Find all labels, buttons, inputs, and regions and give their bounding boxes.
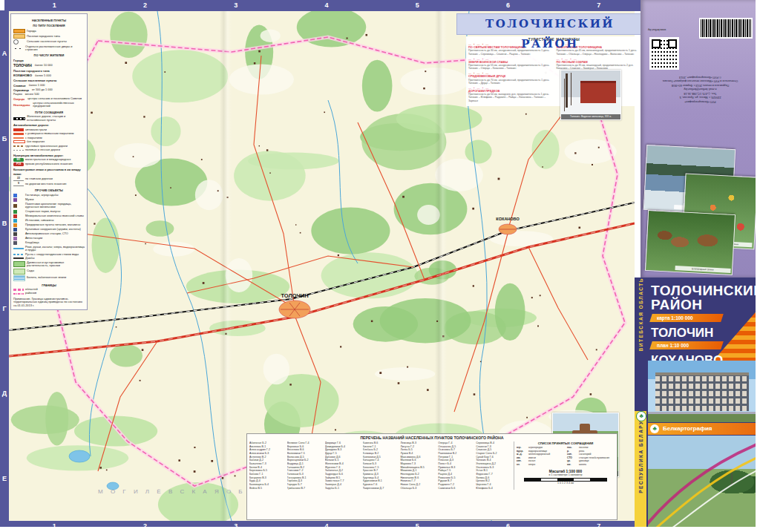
- imprint-line: 220029, г. Минск, ул. Красная, 5: [646, 95, 754, 99]
- cover-main: ТОЛОЧИНСКИЙ РАЙОН карта 1:100 000 ТОЛОЧИ…: [646, 278, 760, 532]
- route-description: Протяженность до 55 км, экскурсионный, п…: [468, 64, 552, 70]
- legend-symbol: [13, 128, 24, 131]
- legend-symbol: Славное: [13, 84, 27, 88]
- legend-label: Сады: [27, 269, 34, 272]
- index-column: Озерцы Г-4Ольшанка Д-5Осиновка Б-7Павлов…: [438, 441, 473, 490]
- legend-symbol: [13, 237, 17, 240]
- legend-label: Культовые сооружения (церкви, костелы): [25, 228, 81, 231]
- legend-row: Примечание. Границы административно-терр…: [13, 298, 85, 307]
- grid-column-number: 3: [191, 0, 281, 11]
- publisher-logo-icon: ♣: [650, 424, 659, 433]
- legend-row: 9 по дорогам местного значения: [13, 182, 85, 186]
- legend-label: прочих республиканского значения: [25, 162, 73, 165]
- grid-column-number: 1: [9, 0, 99, 11]
- index-entry: Зарубы Б-1: [325, 487, 360, 490]
- legend-label: Автозаправочные станции, СТО: [25, 232, 68, 235]
- legend-label: Сельские населенные пункты: [27, 40, 67, 43]
- legend-label: Древесная и кустарниковая растительность…: [27, 261, 85, 268]
- cover-title-line1: ТОЛОЧИНСКИЙ: [651, 283, 760, 298]
- legend-row: НАСЕЛЕННЫЕ ПУНКТЫ: [13, 19, 85, 22]
- legend-label: Примечание. Границы административно-терр…: [13, 297, 82, 307]
- legend-label: Автомобильные дороги:: [13, 123, 49, 127]
- legend-row: Автостанции: [13, 237, 85, 240]
- legend-symbol: Озерцы: [13, 97, 26, 101]
- legend-label: Километровые знаки и расстояния в км меж…: [13, 168, 81, 175]
- tree: [566, 73, 568, 108]
- cover-town1: ТОЛОЧИН: [651, 326, 760, 339]
- route-description: Протяженность до 50 км, выходного дня, п…: [468, 93, 552, 102]
- legend-row: Кладбища: [13, 241, 85, 245]
- legend-symbol: [13, 219, 17, 223]
- legend-row: Сельские населенные пункты: [13, 39, 85, 45]
- legend-symbol: [13, 210, 17, 214]
- grid-row-letter: Е: [0, 475, 9, 482]
- legend-label: Города: [27, 30, 36, 33]
- legend-label: НАСЕЛЕННЫЕ ПУНКТЫ: [32, 19, 66, 22]
- abbreviations-box: СПИСОК ПРИНЯТЫХ СОКРАЩЕНИЙ агр. агрогоро…: [514, 441, 615, 490]
- legend-label: ПУТИ СООБЩЕНИЯ: [35, 111, 63, 114]
- oblast-strip: ВИТЕБСКАЯ ОБЛАСТЬ: [635, 278, 646, 411]
- legend-label: ПО ЧИСЛУ ЖИТЕЛЕЙ: [34, 53, 65, 57]
- abbreviations-column: пос. поселок р. река сан. санатори: [567, 446, 615, 467]
- legend-label: Мемориальные комплексы воинской славы: [25, 214, 84, 217]
- legend-label: Сельские населенные пункты: [13, 79, 56, 82]
- legend-row: Памятники археологии: городища, курганны…: [13, 203, 85, 209]
- legend-label: Автостанции: [25, 237, 42, 240]
- legend-row: Серковица от 500 до 1 000: [13, 88, 85, 92]
- legend-row: Автозаправочные станции, СТО: [13, 232, 85, 236]
- legend-label: Источники, скважины: [25, 219, 54, 222]
- lake: [69, 450, 90, 462]
- country-vertical-label: РЕСПУБЛИКА БЕЛАРУСЬ: [638, 411, 643, 493]
- index-column: Каменка В-6Кисели Г-1Клебань Б-2Княжицы …: [363, 441, 398, 490]
- imprint-block: РУП «Белкартография»220029, г. Минск, ул…: [646, 74, 754, 103]
- legend-symbol: [13, 257, 24, 259]
- legend-symbol: [13, 223, 17, 227]
- publisher-banner: ♣ Белкартография: [648, 423, 759, 435]
- legend-label: Города: [13, 59, 24, 62]
- grid-row-letter: А: [0, 50, 9, 57]
- legend-label: Старинные парки, валуны: [25, 210, 60, 213]
- legend-label: Кладбища: [25, 241, 39, 244]
- legend-label: Болота, заболоченные земли: [27, 276, 66, 279]
- legend-row: ТОЛОЧИН более 10 000: [13, 64, 85, 68]
- legend-label: от 500 до 1 000: [32, 88, 53, 91]
- legend-symbol: ТОЛОЧИН: [13, 64, 33, 68]
- publisher-name: Белкартография: [663, 425, 712, 432]
- legend-row: Придорожные пункты питания, магазины: [13, 223, 85, 227]
- route-description: Протяженность до 70 км, экскурсионный, п…: [468, 79, 552, 85]
- legend-label: ПРОЧИЕ ОБЪЕКТЫ: [35, 188, 63, 192]
- imprint-line: РУП «Белкартография»: [646, 99, 754, 103]
- legend-row: полевые и лесные дороги: [13, 148, 85, 151]
- abbreviation-full: озеро: [528, 463, 535, 467]
- legend-label: центры сельских и поселкового Советов: [27, 97, 82, 100]
- index-column: Дворище Г-6Демидовичи Б-4Дроздово В-3Дру…: [325, 441, 360, 490]
- scale-subtitle: в 1 сантиметре 1 километр: [517, 473, 615, 476]
- legend-label: полевые и лесные дороги: [25, 148, 60, 151]
- index-column: Лемница В-3Лисуны Г-2Лотва Б-5Лужки В-4М…: [400, 441, 435, 490]
- legend-symbol: Р19: [13, 162, 24, 166]
- index-column: Великое Село Г-4Верховье Б-6Веселово В-6…: [287, 441, 322, 490]
- grid-column-number: 2: [99, 0, 190, 11]
- legend-symbol: [13, 289, 24, 291]
- legend-symbol: 22: [13, 177, 24, 181]
- grid-row-letters: АБВГДЕ: [0, 11, 9, 521]
- folded-map-sheet: ТОЛОЧИН КОХАНОВО М О Г И Л Ё В С К А Я О…: [0, 0, 760, 532]
- legend-symbol: [13, 232, 17, 236]
- legend-symbol: Рацево: [13, 93, 24, 96]
- legend-row: Сады: [13, 269, 85, 275]
- legend-row: Поселки городского типа: [13, 34, 85, 39]
- legend-label: Железные дороги, станции и остановочные …: [27, 115, 85, 122]
- legend-symbol: [13, 261, 25, 267]
- cover-title-line2: РАЙОН: [651, 298, 760, 312]
- photo-deer: Благородные олени: [645, 210, 736, 275]
- index-entry: Грибаново В-7: [287, 487, 322, 490]
- legend-row: Города: [13, 29, 85, 33]
- legend-row: Километровые знаки и расстояния в км меж…: [13, 168, 85, 176]
- legend-label: ПО ТИПУ ПОСЕЛЕНИЯ: [33, 24, 65, 27]
- legend-row: 22 по главным дорогам: [13, 177, 85, 181]
- cover-map-scale-banner: карта 1:100 000: [649, 314, 724, 322]
- imprint-line: Тел.: (+375 17) 288-16-18: [646, 91, 754, 95]
- grid-column-number: 4: [281, 0, 372, 11]
- map-title-banner: ТОЛОЧИНСКИЙ РАЙОН: [456, 13, 643, 35]
- grid-row-letter: Д: [0, 390, 9, 397]
